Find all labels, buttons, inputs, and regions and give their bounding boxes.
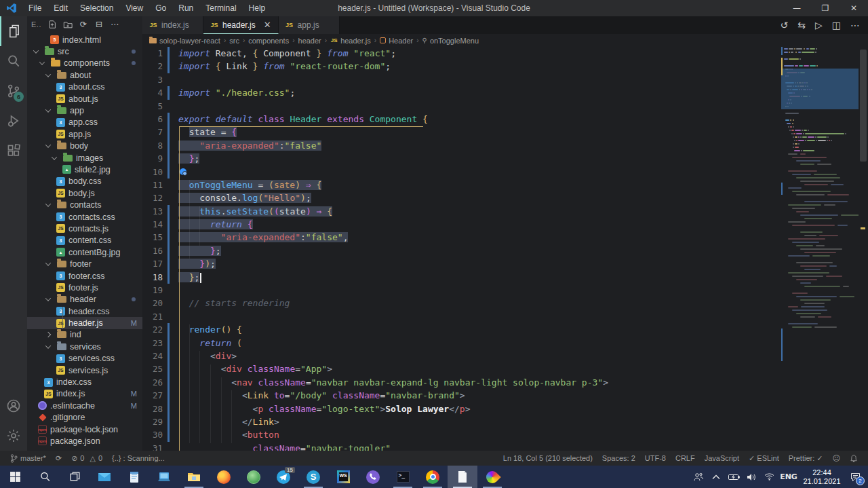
breadcrumb-Header[interactable]: Header: [380, 37, 413, 45]
eol[interactable]: CRLF: [671, 451, 700, 466]
quickfix-lightbulb-icon[interactable]: [180, 168, 186, 175]
clock[interactable]: 22:4421.01.2021: [800, 468, 844, 486]
git-branch-status[interactable]: master*: [5, 451, 51, 466]
tree-item-header.js[interactable]: JSheader.jsM: [27, 317, 142, 329]
split-editor-icon[interactable]: ◫: [832, 20, 841, 31]
activity-explorer-icon[interactable]: [0, 16, 27, 46]
taskbar-notepad-icon[interactable]: [119, 466, 149, 488]
language-indicator[interactable]: ENG: [778, 466, 799, 488]
collapse-all-icon[interactable]: ⊟: [94, 19, 104, 30]
eslint-status[interactable]: ✓ ESLint: [744, 451, 784, 466]
activity-run-and-debug-icon[interactable]: [0, 106, 27, 136]
taskbar-paint-icon[interactable]: [477, 466, 507, 488]
tree-item-index.html[interactable]: 5index.html: [27, 34, 142, 45]
menu-terminal[interactable]: Terminal: [199, 0, 242, 16]
scrollbar-thumb[interactable]: [860, 50, 867, 162]
open-changes-icon[interactable]: ⇆: [797, 20, 806, 31]
encoding[interactable]: UTF-8: [640, 451, 671, 466]
tree-item-services.js[interactable]: JSservices.js: [27, 364, 142, 376]
tree-folder-footer[interactable]: footer: [27, 258, 142, 269]
more-actions-icon[interactable]: ⋯: [850, 20, 860, 31]
tab-close-icon[interactable]: ✕: [264, 20, 271, 30]
refresh-icon[interactable]: ⟳: [78, 19, 89, 30]
tree-item-about.js[interactable]: JSabout.js: [27, 93, 142, 105]
tree-item-package-lock.json[interactable]: npmpackage-lock.json: [27, 424, 142, 435]
feedback-icon[interactable]: ☺: [828, 451, 845, 466]
tree-item-contacts.js[interactable]: JScontacts.js: [27, 223, 142, 234]
taskbar-green-app-icon[interactable]: [239, 466, 269, 488]
tree-folder-body[interactable]: body: [27, 140, 142, 152]
tab-app.js[interactable]: JSapp.js: [279, 16, 340, 34]
menu-selection[interactable]: Selection: [74, 0, 119, 16]
activity-account-icon[interactable]: [0, 391, 27, 421]
sync-status[interactable]: ⟳: [51, 451, 66, 466]
editor-scrollbar[interactable]: [859, 47, 868, 451]
run-icon[interactable]: ▷: [815, 20, 823, 31]
action-center-icon[interactable]: 2: [845, 466, 865, 488]
tree-item-content.css[interactable]: 3content.css: [27, 235, 142, 246]
history-icon[interactable]: ↺: [781, 20, 789, 31]
tree-folder-header[interactable]: header: [27, 294, 142, 305]
tree-item-app.js[interactable]: JSapp.js: [27, 128, 142, 140]
activity-search-icon[interactable]: [0, 46, 27, 76]
tree-folder-services[interactable]: services: [27, 341, 142, 352]
tree-folder-contacts[interactable]: contacts: [27, 199, 142, 210]
tree-folder-about[interactable]: about: [27, 69, 142, 81]
language-mode[interactable]: JavaScript: [700, 451, 744, 466]
menu-view[interactable]: View: [119, 0, 149, 16]
tree-item-body.css[interactable]: 3body.css: [27, 176, 142, 187]
taskbar-skype-icon[interactable]: S: [298, 466, 328, 488]
tree-item-footer.js[interactable]: JSfooter.js: [27, 282, 142, 293]
tree-folder-ind[interactable]: ind: [27, 329, 142, 341]
tree-item-services.css[interactable]: 3services.css: [27, 353, 142, 364]
cursor-position[interactable]: Ln 18, Col 5 (210 selected): [498, 451, 597, 466]
breadcrumb-solop-lawyer-react[interactable]: solop-lawyer-react: [149, 37, 220, 45]
tab-header.js[interactable]: JSheader.js✕: [203, 16, 279, 34]
menu-run[interactable]: Run: [172, 0, 199, 16]
menu-file[interactable]: File: [22, 0, 47, 16]
tree-folder-app[interactable]: app: [27, 105, 142, 116]
taskbar-firefox-icon[interactable]: [209, 466, 239, 488]
tree-item-contacts.css[interactable]: 3contacts.css: [27, 211, 142, 223]
taskbar-pc-icon[interactable]: [149, 466, 179, 488]
more-icon[interactable]: ⋯: [109, 19, 120, 30]
taskbar-terminal-icon[interactable]: >_: [388, 466, 418, 488]
tree-folder-src[interactable]: src: [27, 45, 142, 57]
tree-item-index.css[interactable]: 3index.css: [27, 376, 142, 388]
tree-item-.eslintcache[interactable]: .eslintcacheM: [27, 400, 142, 411]
tab-index.js[interactable]: JSindex.js: [142, 16, 203, 34]
tree-folder-components[interactable]: components: [27, 58, 142, 69]
menu-edit[interactable]: Edit: [47, 0, 74, 16]
notifications-bell-icon[interactable]: [845, 451, 863, 466]
breadcrumb-src[interactable]: src: [229, 37, 239, 45]
minimap[interactable]: [781, 47, 859, 451]
code-editor[interactable]: 1import React, { Component } from "react…: [142, 47, 781, 451]
tree-item-app.css[interactable]: 3app.css: [27, 117, 142, 128]
new-folder-icon[interactable]: [62, 19, 73, 30]
breadcrumb-components[interactable]: components: [248, 37, 289, 45]
battery-icon[interactable]: [726, 466, 742, 488]
taskbar-telegram-icon[interactable]: 15: [269, 466, 298, 488]
volume-icon[interactable]: [743, 466, 760, 488]
taskbar-task-view-icon[interactable]: [60, 466, 90, 488]
taskbar-file-explorer-icon[interactable]: [179, 466, 209, 488]
tree-item-about.css[interactable]: 3about.css: [27, 81, 142, 93]
problems-status[interactable]: ⊘0 △0: [66, 451, 107, 466]
breadcrumb[interactable]: solop-lawyer-react›src›components›header…: [142, 34, 868, 47]
tree-item-.gitignore[interactable]: .gitignore: [27, 412, 142, 424]
taskbar-search-icon[interactable]: [30, 466, 60, 488]
activity-settings-icon[interactable]: [0, 421, 27, 451]
breadcrumb-header[interactable]: header: [298, 37, 321, 45]
activity-extensions-icon[interactable]: [0, 136, 27, 166]
taskbar-viber-icon[interactable]: [358, 466, 388, 488]
menu-go[interactable]: Go: [149, 0, 172, 16]
minimize-button[interactable]: —: [783, 0, 811, 16]
prettier-status[interactable]: Prettier: ✓: [784, 451, 828, 466]
tree-item-body.js[interactable]: JSbody.js: [27, 187, 142, 199]
wifi-icon[interactable]: [761, 466, 777, 488]
menu-help[interactable]: Help: [243, 0, 272, 16]
taskbar-chrome-icon[interactable]: [418, 466, 448, 488]
tree-item-contentBg.jpg[interactable]: ▲contentBg.jpg: [27, 246, 142, 258]
new-file-icon[interactable]: [47, 19, 58, 30]
restore-button[interactable]: ❐: [811, 0, 840, 16]
